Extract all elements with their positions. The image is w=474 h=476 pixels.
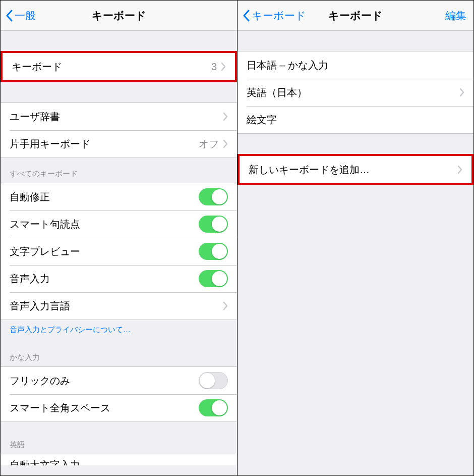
row-label: キーボード (12, 60, 211, 74)
row-label: 音声入力言語 (10, 299, 223, 313)
english-header: 英語 (1, 422, 237, 454)
keyboard-japanese-kana-row[interactable]: 日本語 – かな入力 (238, 51, 473, 79)
english-group: 自動大文字入力 (1, 454, 237, 465)
one-handed-keyboard-row[interactable]: 片手用キーボード オフ (1, 130, 237, 157)
add-keyboard-group: 新しいキーボードを追加… (238, 154, 473, 185)
chevron-left-icon (6, 10, 13, 22)
keyboard-english-japan-row[interactable]: 英語（日本） (238, 79, 473, 106)
keyboards-group: キーボード 3 (1, 51, 237, 82)
row-label: 新しいキーボードを追加… (249, 163, 457, 177)
smart-punctuation-toggle[interactable] (199, 216, 228, 233)
right-content: 日本語 – かな入力 英語（日本） 絵文字 新しいキーボードを追加… (238, 31, 473, 475)
back-button[interactable]: キーボード (238, 9, 306, 23)
userdict-group: ユーザ辞書 片手用キーボード オフ (1, 102, 237, 158)
all-keyboards-header: すべてのキーボード (1, 158, 237, 183)
kana-input-header: かな入力 (1, 342, 237, 366)
keyboard-emoji-row[interactable]: 絵文字 (238, 106, 473, 133)
row-label: ユーザ辞書 (10, 110, 223, 124)
row-label: フリックのみ (10, 374, 199, 388)
auto-capitalization-row: 自動大文字入力 (1, 454, 237, 465)
chevron-left-icon (243, 10, 250, 22)
chevron-right-icon (223, 139, 228, 148)
row-value: 3 (211, 61, 217, 73)
back-label: 一般 (15, 9, 36, 23)
chevron-right-icon (223, 112, 228, 121)
navbar-right: キーボード キーボード 編集 (238, 1, 473, 31)
left-content: キーボード 3 ユーザ辞書 片手用キーボード オ (1, 31, 237, 475)
keyboards-row[interactable]: キーボード 3 (3, 53, 235, 80)
kana-group: フリックのみ スマート全角スペース (1, 366, 237, 422)
row-label: 音声入力 (10, 272, 199, 286)
row-label: 絵文字 (247, 113, 464, 127)
dictation-toggle[interactable] (199, 270, 228, 287)
smart-fullwidth-space-toggle[interactable] (199, 399, 228, 416)
settings-keyboard-panel: 一般 キーボード キーボード 3 ユーザ辞書 (1, 1, 237, 475)
navbar-left: 一般 キーボード (1, 1, 237, 31)
row-value: オフ (199, 137, 219, 151)
auto-correct-toggle[interactable] (199, 188, 228, 205)
row-label: 自動修正 (10, 190, 199, 204)
keyboards-list-panel: キーボード キーボード 編集 日本語 – かな入力 英語（日本） 絵文字 (237, 1, 473, 475)
auto-correct-row: 自動修正 (1, 183, 237, 210)
user-dictionary-row[interactable]: ユーザ辞書 (1, 103, 237, 130)
chevron-right-icon (457, 165, 462, 174)
row-label: 文字プレビュー (10, 245, 199, 258)
row-label: スマート句読点 (10, 218, 199, 231)
back-label: キーボード (252, 9, 306, 23)
character-preview-toggle[interactable] (199, 243, 228, 260)
dictation-row: 音声入力 (1, 265, 237, 292)
row-label: 片手用キーボード (10, 137, 199, 151)
row-label: 英語（日本） (247, 86, 459, 99)
smart-fullwidth-space-row: スマート全角スペース (1, 394, 237, 421)
dictation-languages-row[interactable]: 音声入力言語 (1, 292, 237, 320)
smart-punctuation-row: スマート句読点 (1, 210, 237, 238)
row-label: スマート全角スペース (10, 401, 199, 415)
chevron-right-icon (223, 301, 228, 310)
chevron-right-icon (459, 88, 464, 97)
installed-keyboards-group: 日本語 – かな入力 英語（日本） 絵文字 (238, 51, 473, 134)
dictation-privacy-link[interactable]: 音声入力とプライバシーについて… (1, 320, 237, 342)
edit-button[interactable]: 編集 (445, 9, 466, 23)
back-button[interactable]: 一般 (1, 9, 36, 23)
add-new-keyboard-row[interactable]: 新しいキーボードを追加… (240, 156, 471, 183)
nav-title: キーボード (1, 9, 237, 23)
chevron-right-icon (221, 62, 226, 71)
flick-only-row: フリックのみ (1, 367, 237, 394)
row-label: 自動大文字入力 (10, 458, 228, 465)
toggles-group: 自動修正 スマート句読点 文字プレビュー 音声入力 音声入力言語 (1, 183, 237, 320)
flick-only-toggle[interactable] (199, 372, 228, 389)
row-label: 日本語 – かな入力 (247, 59, 464, 72)
character-preview-row: 文字プレビュー (1, 238, 237, 265)
